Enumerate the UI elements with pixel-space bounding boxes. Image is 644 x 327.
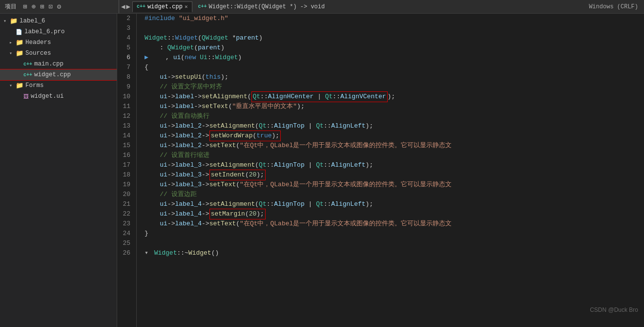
toolbar-icons: ⊞ ⊕ ⊞ ⊡ ⚙ (21, 2, 62, 11)
forms-folder-icon: 📁 (16, 82, 23, 89)
tab-close-button[interactable]: ✕ (185, 3, 188, 10)
highlight-alignhcenter: Qt::AlignHCenter | Qt::AlignVCenter (251, 91, 388, 102)
code-line-17: ui->label_3->setAlignment(Qt::AlignTop |… (145, 160, 644, 170)
code-line-8: ui->setupUi(this); (145, 72, 644, 82)
nav-back[interactable]: ◀ (121, 2, 125, 11)
project-panel-header: 项目 ⊞ ⊕ ⊞ ⊡ ⚙ (2, 0, 119, 13)
line-ending-indicator: Windows (CRLF) (589, 3, 642, 10)
project-label: 项目 (2, 2, 20, 11)
code-line-3 (145, 23, 644, 33)
code-line-16: // 设置首行缩进 (145, 151, 644, 160)
sources-label: Sources (25, 50, 51, 57)
breadcrumb-function: Widget::Widget(QWidget *) -> void (209, 3, 325, 10)
grid-icon[interactable]: ⊞ (39, 2, 45, 11)
breadcrumb-cpp-icon: c++ (198, 4, 207, 9)
code-line-11: ui->label->setText("垂直水平居中的文本"); (145, 102, 644, 111)
code-content: #include "ui_widget.h" Widget::Widget(QW… (137, 14, 644, 327)
tab-bar: ◀ ▶ c++ widget.cpp ✕ c++ Widget::Widget(… (121, 1, 587, 12)
code-line-20: // 设置边距 (145, 190, 644, 199)
code-line-2: #include "ui_widget.h" (145, 14, 644, 23)
code-line-24: } (145, 229, 644, 239)
highlight-setindent: setIndent(20); (209, 170, 266, 180)
forms-label: Forms (25, 82, 44, 89)
code-line-23: ui->label_4->setText("在Qt中，QLabel是一个用于显示… (145, 219, 644, 229)
filter-icon[interactable]: ⊞ (21, 2, 28, 11)
link-icon[interactable]: ⊕ (30, 2, 37, 11)
tab-widget-cpp[interactable]: c++ widget.cpp ✕ (132, 1, 192, 12)
code-line-10: ui->label->setAlignment(Qt::AlignHCenter… (145, 92, 644, 102)
pro-file-label: label_6.pro (24, 28, 65, 35)
highlight-wordwrap: setWordWrap(true); (209, 131, 281, 141)
forms-chevron: ▾ (8, 83, 14, 88)
arrow-indicator: ▶ (145, 53, 148, 63)
tree-item-headers[interactable]: ▸ 📁 Headers (0, 37, 117, 48)
sources-folder-icon: 📁 (16, 49, 23, 57)
code-line-13: ui->label_2->setAlignment(Qt::AlignTop |… (145, 121, 644, 131)
fold-arrow: ▾ (145, 248, 148, 258)
tree-item-sources[interactable]: ▾ 📁 Sources (0, 48, 117, 59)
code-line-26: ▾ Widget::~Widget() (145, 248, 644, 258)
code-line-7: { (145, 63, 644, 72)
cpp-file-icon: c++ (137, 4, 145, 9)
line-numbers: 2 3 4 5 6 7 8 9 10 11 12 13 14 15 16 17 … (117, 14, 137, 327)
tab-label: widget.cpp (147, 3, 183, 10)
pro-file-icon: 📄 (16, 29, 22, 35)
widget-ui-label: widget.ui (31, 93, 64, 100)
main-cpp-icon: c++ (23, 62, 32, 67)
code-line-19: ui->label_3->setText("在Qt中，QLabel是一个用于显示… (145, 180, 644, 190)
code-line-9: // 设置文字居中对齐 (145, 82, 644, 92)
tree-item-main-cpp[interactable]: c++ main.cpp (0, 59, 117, 69)
code-line-12: // 设置自动换行 (145, 111, 644, 121)
headers-chevron: ▸ (8, 40, 14, 45)
code-line-22: ui->label_4->setMargin(20); (145, 209, 644, 219)
code-line-21: ui->label_4->setAlignment(Qt::AlignTop |… (145, 199, 644, 209)
breadcrumb: c++ Widget::Widget(QWidget *) -> void (198, 3, 325, 10)
nav-forward[interactable]: ▶ (126, 2, 130, 11)
project-tree: ▾ 📁 label_6 📄 label_6.pro ▸ 📁 Headers ▾ … (0, 14, 117, 327)
code-line-14: ui->label_2->setWordWrap(true); (145, 131, 644, 141)
main-cpp-label: main.cpp (34, 61, 63, 67)
tree-item-forms[interactable]: ▾ 📁 Forms (0, 80, 117, 91)
expand-icon[interactable]: ⊡ (47, 2, 54, 11)
tree-item-widget-cpp[interactable]: c++ widget.cpp (0, 69, 117, 80)
nav-arrows: ◀ ▶ (121, 2, 130, 11)
widget-ui-icon: 🖼 (23, 93, 29, 100)
tree-item-root[interactable]: ▾ 📁 label_6 (0, 16, 117, 26)
code-line-4: Widget::Widget(QWidget *parent) (145, 33, 644, 43)
chevron-icon: ▾ (2, 18, 8, 24)
sources-chevron: ▾ (8, 50, 14, 56)
code-line-18: ui->label_3->setIndent(20); (145, 170, 644, 180)
code-line-15: ui->label_2->setText("在Qt中，QLabel是一个用于显示… (145, 141, 644, 151)
code-line-5: : QWidget(parent) (145, 43, 644, 53)
code-area: 2 3 4 5 6 7 8 9 10 11 12 13 14 15 16 17 … (117, 14, 644, 327)
editor-area: 2 3 4 5 6 7 8 9 10 11 12 13 14 15 16 17 … (117, 14, 644, 327)
tree-item-widget-ui[interactable]: 🖼 widget.ui (0, 91, 117, 102)
top-bar: 项目 ⊞ ⊕ ⊞ ⊡ ⚙ ◀ ▶ c++ widget.cpp ✕ c++ Wi… (0, 0, 644, 14)
widget-cpp-icon: c++ (23, 72, 32, 78)
headers-folder-icon: 📁 (16, 39, 23, 46)
code-line-6: ▶ , ui(new Ui::Widget) (145, 53, 644, 63)
code-line-25 (145, 239, 644, 248)
widget-cpp-label: widget.cpp (34, 71, 71, 78)
tree-item-pro[interactable]: 📄 label_6.pro (0, 26, 117, 37)
headers-label: Headers (25, 39, 51, 46)
highlight-setmargin: setMargin(20); (209, 209, 266, 219)
main-layout: ▾ 📁 label_6 📄 label_6.pro ▸ 📁 Headers ▾ … (0, 14, 644, 327)
settings-icon[interactable]: ⚙ (56, 2, 62, 11)
project-icon: 📁 (10, 17, 18, 25)
watermark: CSDN @Duck Bro (590, 306, 638, 313)
project-name: label_6 (20, 18, 45, 24)
